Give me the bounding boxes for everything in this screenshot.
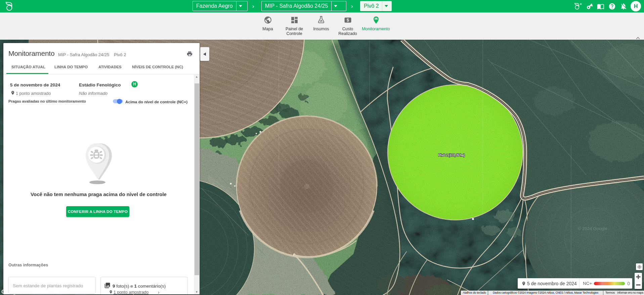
svg-text:© 2024 Google: © 2024 Google bbox=[578, 226, 607, 231]
svg-text:$: $ bbox=[347, 18, 349, 23]
